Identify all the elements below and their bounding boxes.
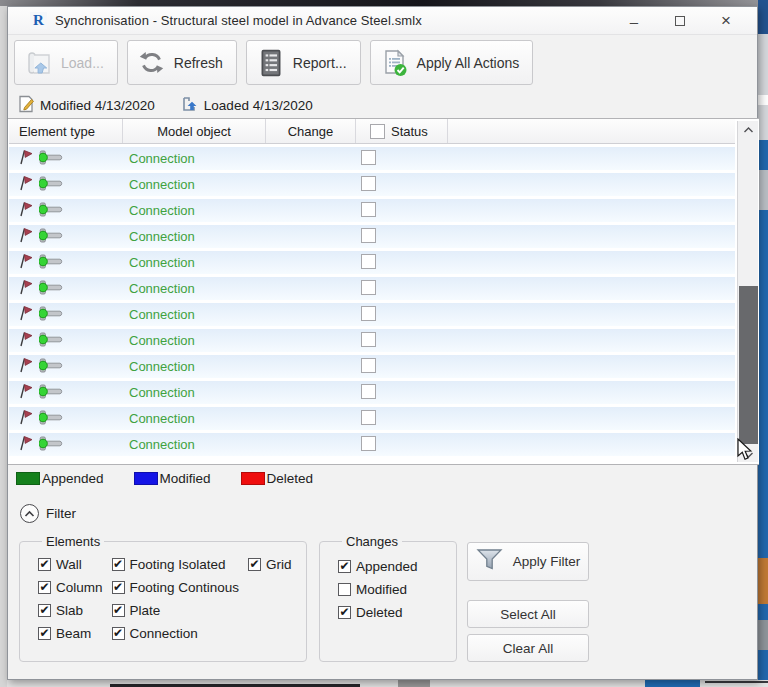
checkbox-box[interactable]: [38, 558, 51, 571]
table-row[interactable]: Connection: [9, 199, 735, 222]
table-row[interactable]: Connection: [9, 225, 735, 248]
row-status-checkbox[interactable]: [361, 228, 376, 243]
row-status-checkbox[interactable]: [361, 436, 376, 451]
refresh-button[interactable]: Refresh: [127, 40, 237, 85]
table-scrollbar[interactable]: [737, 121, 758, 462]
row-status-checkbox[interactable]: [361, 176, 376, 191]
table-row[interactable]: Connection: [9, 251, 735, 274]
row-status-checkbox[interactable]: [361, 306, 376, 321]
table-row[interactable]: Connection: [9, 173, 735, 196]
checkbox-label: Modified: [356, 582, 407, 597]
row-status-checkbox[interactable]: [361, 280, 376, 295]
column-header-status[interactable]: Status: [356, 119, 448, 143]
model-object-cell: Connection: [123, 333, 266, 348]
legend: Appended Modified Deleted: [16, 471, 343, 486]
change-filter-checkbox[interactable]: Deleted: [338, 601, 450, 624]
element-type-cell: [9, 435, 123, 454]
checkbox-label: Beam: [56, 626, 91, 641]
flag-icon: [18, 227, 33, 246]
checkbox-box[interactable]: [338, 560, 351, 573]
table-row[interactable]: Connection: [9, 277, 735, 300]
status-header-label: Status: [391, 124, 428, 139]
element-type-cell: [9, 227, 123, 246]
element-type-cell: [9, 331, 123, 350]
checkbox-box[interactable]: [112, 604, 125, 617]
checkbox-box[interactable]: [338, 606, 351, 619]
table-row[interactable]: Connection: [9, 355, 735, 378]
load-button[interactable]: Load...: [14, 40, 118, 85]
table-row[interactable]: Connection: [9, 433, 735, 456]
element-filter-checkbox[interactable]: Beam: [38, 622, 103, 645]
element-filter-checkbox[interactable]: Footing Isolated: [112, 553, 240, 576]
checkbox-box[interactable]: [38, 627, 51, 640]
table-row[interactable]: Connection: [9, 303, 735, 326]
apply-all-actions-button[interactable]: Apply All Actions: [370, 40, 534, 85]
row-status-checkbox[interactable]: [361, 202, 376, 217]
element-filter-checkbox[interactable]: Column: [38, 576, 103, 599]
legend-swatch: [16, 472, 40, 485]
model-object-cell: Connection: [123, 229, 266, 244]
loaded-status-label: Loaded 4/13/2020: [204, 98, 313, 113]
checkbox-box[interactable]: [38, 581, 51, 594]
filter-toggle[interactable]: Filter: [20, 504, 76, 523]
row-status-checkbox[interactable]: [361, 384, 376, 399]
row-status-checkbox[interactable]: [361, 332, 376, 347]
checkbox-box[interactable]: [248, 558, 261, 571]
table-row[interactable]: Connection: [9, 329, 735, 352]
column-header-element-type[interactable]: Element type: [9, 119, 123, 143]
checkbox-box[interactable]: [338, 583, 351, 596]
row-status-checkbox[interactable]: [361, 410, 376, 425]
element-filter-checkbox[interactable]: Wall: [38, 553, 103, 576]
element-filter-checkbox[interactable]: Grid: [248, 553, 292, 576]
scrollbar-thumb[interactable]: [739, 286, 758, 444]
element-filter-checkbox[interactable]: Plate: [112, 599, 240, 622]
flag-icon: [18, 409, 33, 428]
column-header-model-object[interactable]: Model object: [123, 119, 266, 143]
table-row[interactable]: Connection: [9, 407, 735, 430]
flag-icon: [18, 149, 33, 168]
filter-label: Filter: [46, 506, 76, 521]
close-button[interactable]: ×: [703, 7, 749, 35]
column-header-change[interactable]: Change: [266, 119, 356, 143]
collapse-chevron-up-icon[interactable]: [20, 504, 39, 523]
revit-logo-icon: R: [30, 12, 47, 29]
status-cell: [356, 384, 448, 402]
element-filter-checkbox[interactable]: Slab: [38, 599, 103, 622]
title-bar: R Synchronisation - Structural steel mod…: [8, 7, 757, 35]
checkbox-box[interactable]: [112, 558, 125, 571]
element-type-cell: [9, 175, 123, 194]
scrollbar-up-icon[interactable]: [738, 121, 758, 139]
checkbox-box[interactable]: [112, 627, 125, 640]
element-filter-checkbox[interactable]: Footing Continous: [112, 576, 240, 599]
status-cell: [356, 436, 448, 454]
toolbar: Load... Refresh: [14, 40, 533, 85]
report-button[interactable]: Report...: [246, 40, 361, 85]
table-row[interactable]: Connection: [9, 381, 735, 404]
change-filter-checkbox[interactable]: Appended: [338, 555, 450, 578]
apply-filter-button[interactable]: Apply Filter: [467, 542, 589, 581]
checkbox-label: Column: [56, 580, 103, 595]
checkbox-box[interactable]: [38, 604, 51, 617]
table-body: Connection: [9, 145, 735, 464]
changes-group-label: Changes: [342, 534, 402, 549]
change-filter-checkbox[interactable]: Modified: [338, 578, 450, 601]
background-right-strip: [758, 0, 768, 687]
select-all-button[interactable]: Select All: [467, 600, 589, 628]
table-row[interactable]: Connection: [9, 147, 735, 170]
row-status-checkbox[interactable]: [361, 358, 376, 373]
checkbox-label: Footing Continous: [130, 580, 240, 595]
row-status-checkbox[interactable]: [361, 150, 376, 165]
clear-all-button[interactable]: Clear All: [467, 634, 589, 662]
status-select-all-checkbox[interactable]: [370, 124, 385, 139]
model-object-cell: Connection: [123, 203, 266, 218]
model-object-cell: Connection: [123, 177, 266, 192]
minimize-button[interactable]: –: [611, 7, 657, 35]
model-object-cell: Connection: [123, 411, 266, 426]
flag-icon: [18, 201, 33, 220]
connection-element-icon: [39, 280, 65, 298]
element-filter-checkbox[interactable]: Connection: [112, 622, 240, 645]
checkbox-box[interactable]: [112, 581, 125, 594]
report-icon: [256, 48, 286, 78]
row-status-checkbox[interactable]: [361, 254, 376, 269]
maximize-button[interactable]: [657, 7, 703, 35]
